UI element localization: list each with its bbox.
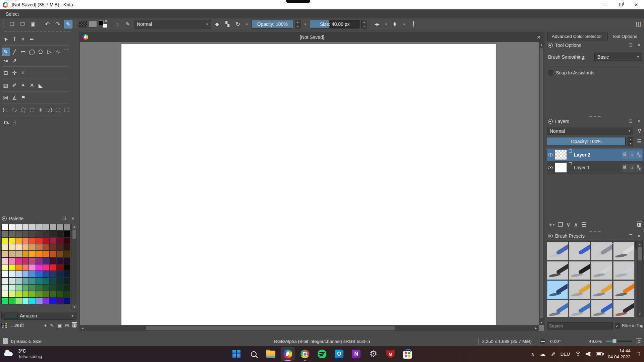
color-swatch[interactable] [1, 237, 8, 244]
color-swatch[interactable] [43, 244, 50, 251]
color-swatch[interactable] [50, 224, 57, 231]
rectangle-tool[interactable]: ▭ [19, 48, 28, 56]
scroll-down-icon[interactable]: ▾ [637, 312, 642, 316]
weather-widget[interactable]: 3°C Teilw. sonnig [4, 346, 42, 362]
freehand-brush-tool[interactable]: ✎ [2, 48, 10, 56]
chevron-down-icon[interactable]: ▾ [401, 22, 407, 26]
color-swatch[interactable] [63, 264, 70, 271]
scroll-thumb[interactable] [146, 326, 395, 330]
color-swatch[interactable] [8, 224, 15, 231]
palette-name[interactable]: ...ault [11, 322, 24, 328]
outlook-taskbar-button[interactable]: O [332, 347, 346, 361]
move-tool[interactable]: ✛ [10, 69, 19, 77]
file-explorer-button[interactable] [264, 347, 278, 361]
brush-smoothing-dropdown[interactable]: Basic ▾ [594, 53, 642, 61]
color-swatch[interactable] [36, 271, 43, 278]
color-swatch[interactable] [8, 244, 15, 251]
color-swatch[interactable] [22, 271, 29, 278]
color-swatch[interactable] [22, 291, 29, 298]
opacity-spinner[interactable]: ▴▾ [295, 20, 301, 28]
tab-tool-options[interactable]: Tool Options [607, 32, 641, 41]
spin-down-icon[interactable]: ▾ [628, 141, 633, 146]
color-swatch[interactable] [22, 284, 29, 291]
krita-taskbar-button[interactable] [281, 347, 295, 361]
color-swatch[interactable] [29, 231, 36, 237]
layer-row[interactable]: Layer 2 α ▚ [547, 148, 643, 161]
save-button[interactable]: ▣ [29, 20, 37, 28]
color-swatch[interactable] [57, 244, 64, 251]
reference-images-tool[interactable]: ⚑ [19, 94, 28, 102]
ellipse-tool[interactable]: ◯ [28, 48, 36, 56]
color-swatch[interactable] [57, 278, 64, 284]
color-swatch[interactable] [43, 237, 50, 244]
docker-drag-handle[interactable] [547, 230, 643, 233]
fill-tool[interactable]: ◣ [37, 81, 45, 89]
color-swatch[interactable] [8, 291, 15, 298]
gradient-tool[interactable]: ▧ [2, 81, 10, 89]
spin-up-icon[interactable]: ▴ [628, 137, 633, 142]
redo-button[interactable]: ↷ [53, 20, 62, 28]
image-dimensions-button[interactable]: 2,250 x 1,688 (35.7 MiB) [478, 338, 535, 345]
tool-button[interactable] [1, 90, 72, 93]
color-swatch[interactable] [50, 264, 57, 271]
color-swatch[interactable] [36, 237, 43, 244]
color-swatch[interactable] [29, 251, 36, 257]
lock-docker-icon[interactable] [2, 216, 7, 221]
toolbar-grip[interactable] [75, 20, 77, 28]
color-swatch[interactable] [8, 231, 15, 237]
ellipse-select-tool[interactable] [10, 106, 19, 114]
spotify-taskbar-button[interactable] [315, 347, 329, 361]
measure-tool[interactable]: ∡ [10, 94, 19, 102]
layer-thumbnail[interactable] [555, 150, 567, 160]
freehand-select-tool[interactable] [28, 106, 36, 114]
lock-docker-icon[interactable] [548, 119, 553, 124]
tool-button[interactable] [1, 44, 72, 47]
save-palette-button[interactable]: ▣ [57, 323, 62, 328]
color-swatch[interactable] [36, 264, 43, 271]
canvas-viewport[interactable] [80, 42, 539, 325]
close-docker-button[interactable]: ✕ [636, 119, 642, 124]
smart-patch-tool[interactable]: ✴ [19, 81, 28, 89]
choose-workspace-button[interactable]: ◫ [636, 20, 641, 27]
scroll-right-icon[interactable]: ▸ [533, 325, 539, 331]
color-swatch[interactable] [63, 237, 70, 244]
close-docker-button[interactable]: ✕ [636, 234, 642, 238]
scroll-down-icon[interactable]: ▾ [72, 305, 77, 309]
pan-tool[interactable]: ☝ [10, 118, 19, 127]
scroll-up-icon[interactable]: ▴ [72, 224, 77, 229]
layer-visibility-icon[interactable] [548, 153, 553, 157]
spin-up-icon[interactable]: ▴ [361, 20, 367, 24]
color-swatch[interactable] [36, 257, 43, 264]
close-docker-button[interactable]: ✕ [636, 43, 642, 48]
scroll-thumb[interactable] [72, 230, 76, 239]
tool-button[interactable] [1, 77, 72, 80]
brush-preset-tile[interactable] [613, 242, 635, 260]
opacity-slider[interactable]: Opacity: 100% [252, 20, 293, 28]
brush-preset-tile[interactable] [569, 261, 590, 280]
brush-preset-tile[interactable] [613, 261, 635, 280]
alpha-lock-icon[interactable]: α [629, 164, 635, 172]
color-swatch[interactable] [22, 264, 29, 271]
color-swatch[interactable] [15, 291, 22, 298]
spin-down-icon[interactable]: ▾ [361, 24, 367, 28]
color-swatch[interactable] [63, 278, 70, 284]
menu-item[interactable]: Image [2, 0, 26, 3]
color-swatch[interactable] [63, 231, 70, 237]
palette-view-button[interactable]: ⊞ [65, 323, 69, 328]
color-swatch[interactable] [63, 244, 70, 251]
color-swatch[interactable] [1, 251, 8, 257]
color-swatch[interactable] [15, 251, 22, 257]
color-swatch[interactable] [22, 257, 29, 264]
layer-opacity-slider[interactable]: Opacity: 100% [547, 137, 626, 146]
tool-button[interactable] [1, 65, 72, 68]
move-layer-up-button[interactable]: ∧ [574, 221, 578, 228]
inherit-alpha-icon[interactable]: ▚ [636, 151, 642, 159]
text-tool[interactable]: T [10, 35, 19, 44]
spin-up-icon[interactable]: ▴ [295, 20, 301, 24]
color-swatch[interactable] [63, 291, 70, 298]
color-swatch[interactable] [63, 251, 70, 257]
color-swatch[interactable] [22, 237, 29, 244]
color-swatch[interactable] [8, 298, 15, 304]
tool-button[interactable] [1, 102, 72, 105]
layer-thumbnail[interactable] [555, 163, 567, 173]
